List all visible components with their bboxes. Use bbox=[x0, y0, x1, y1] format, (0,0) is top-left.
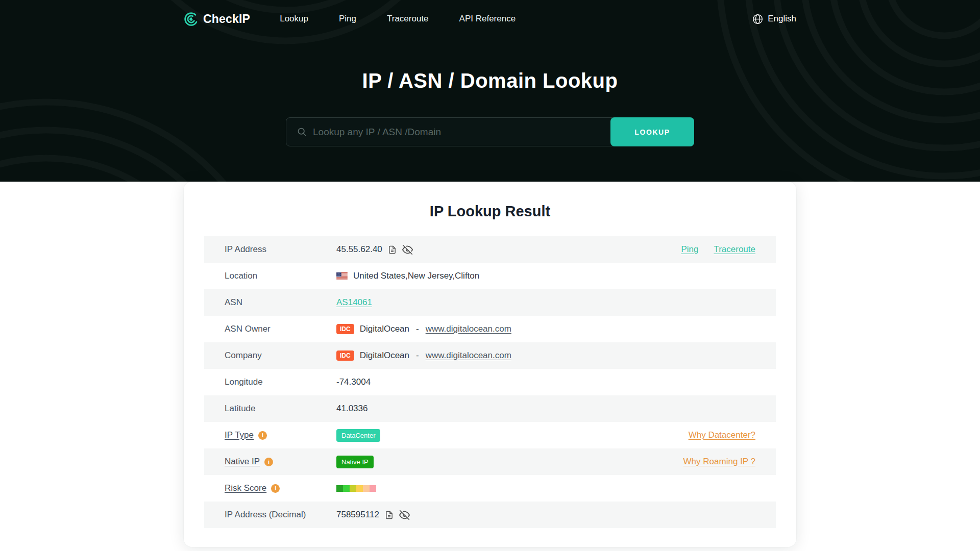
website-link[interactable]: www.digitalocean.com bbox=[426, 350, 511, 361]
row-label: ASN Owner bbox=[225, 324, 336, 334]
row-value-text: 758595112 bbox=[336, 510, 379, 520]
row-value: 45.55.62.40 bbox=[336, 244, 413, 255]
row-label-text: ASN bbox=[225, 297, 242, 308]
row-label: Latitude bbox=[225, 404, 336, 414]
row-value: 758595112 bbox=[336, 510, 410, 520]
row-value: IDCDigitalOcean-www.digitalocean.com bbox=[336, 324, 511, 334]
row-label-text: Location bbox=[225, 271, 257, 281]
risk-segment bbox=[363, 485, 370, 492]
table-row: LocationUnited States,New Jersey,Clifton bbox=[204, 263, 776, 289]
native-ip-badge: Native IP bbox=[336, 456, 374, 468]
row-label: Location bbox=[225, 271, 336, 281]
row-links: Why Datacenter? bbox=[689, 430, 755, 440]
result-card-title: IP Lookup Result bbox=[204, 203, 776, 220]
risk-segment bbox=[343, 485, 350, 492]
asn-link[interactable]: AS14061 bbox=[336, 297, 372, 308]
page-title: IP / ASN / Domain Lookup bbox=[0, 69, 980, 92]
row-value-text: DigitalOcean bbox=[360, 324, 409, 334]
idc-badge: IDC bbox=[336, 350, 354, 361]
us-flag-icon bbox=[336, 272, 348, 280]
checkip-logo-icon bbox=[184, 12, 199, 27]
table-row: IP TypeiDataCenterWhy Datacenter? bbox=[204, 422, 776, 448]
search-icon bbox=[297, 127, 307, 137]
table-row: CompanyIDCDigitalOcean-www.digitalocean.… bbox=[204, 342, 776, 369]
table-row: Latitude41.0336 bbox=[204, 395, 776, 422]
row-label-text[interactable]: IP Type bbox=[225, 430, 254, 440]
nav-item-api-reference[interactable]: API Reference bbox=[459, 14, 516, 24]
row-value-text: -74.3004 bbox=[336, 377, 371, 387]
top-navigation-bar: CheckIP LookupPingTracerouteAPI Referenc… bbox=[184, 0, 796, 38]
table-row: ASN OwnerIDCDigitalOcean-www.digitalocea… bbox=[204, 316, 776, 342]
row-label: Company bbox=[225, 350, 336, 361]
row-value bbox=[336, 485, 376, 492]
row-value: -74.3004 bbox=[336, 377, 371, 387]
row-value: IDCDigitalOcean-www.digitalocean.com bbox=[336, 350, 511, 361]
traceroute-link[interactable]: Traceroute bbox=[714, 244, 755, 255]
table-row: Risk Scorei bbox=[204, 475, 776, 502]
row-value: United States,New Jersey,Clifton bbox=[336, 271, 479, 281]
row-label-text: Company bbox=[225, 350, 262, 361]
brand-logo[interactable]: CheckIP bbox=[184, 12, 250, 27]
row-value: AS14061 bbox=[336, 297, 372, 308]
row-label-text[interactable]: Risk Score bbox=[225, 483, 266, 493]
eye-off-icon[interactable] bbox=[399, 510, 410, 520]
globe-icon bbox=[752, 14, 763, 24]
language-label: English bbox=[768, 14, 796, 24]
nav-item-lookup[interactable]: Lookup bbox=[280, 14, 308, 24]
why-datacenter-link[interactable]: Why Datacenter? bbox=[689, 430, 755, 440]
row-label-text: Longitude bbox=[225, 377, 263, 387]
main-nav: LookupPingTracerouteAPI Reference bbox=[280, 14, 516, 24]
row-value-text: United States,New Jersey,Clifton bbox=[353, 271, 479, 281]
separator: - bbox=[415, 350, 420, 361]
risk-score-bar bbox=[336, 485, 376, 492]
info-icon[interactable]: i bbox=[264, 458, 273, 466]
website-link[interactable]: www.digitalocean.com bbox=[426, 324, 511, 334]
copy-icon[interactable] bbox=[385, 510, 394, 520]
row-label-text: IP Address bbox=[225, 244, 266, 255]
risk-segment bbox=[370, 485, 376, 492]
table-row: Longitude-74.3004 bbox=[204, 369, 776, 395]
lookup-button[interactable]: LOOKUP bbox=[610, 117, 694, 146]
nav-item-ping[interactable]: Ping bbox=[339, 14, 356, 24]
row-label: Native IPi bbox=[225, 457, 336, 467]
brand-name: CheckIP bbox=[203, 12, 250, 26]
row-label-text[interactable]: Native IP bbox=[225, 457, 260, 467]
page-body: IP Lookup Result IP Address45.55.62.40Pi… bbox=[0, 182, 980, 547]
nav-item-traceroute[interactable]: Traceroute bbox=[387, 14, 429, 24]
row-label: IP Typei bbox=[225, 430, 336, 440]
row-label: Risk Scorei bbox=[225, 483, 336, 493]
table-row: IP Address45.55.62.40PingTraceroute bbox=[204, 236, 776, 263]
row-label-text: ASN Owner bbox=[225, 324, 271, 334]
language-switcher[interactable]: English bbox=[752, 14, 796, 24]
row-label: Longitude bbox=[225, 377, 336, 387]
row-label-text: IP Address (Decimal) bbox=[225, 510, 306, 520]
risk-segment bbox=[356, 485, 363, 492]
idc-badge: IDC bbox=[336, 324, 354, 334]
row-links: Why Roaming IP ? bbox=[683, 457, 755, 467]
result-table: IP Address45.55.62.40PingTracerouteLocat… bbox=[204, 236, 776, 528]
risk-segment bbox=[350, 485, 356, 492]
row-links: PingTraceroute bbox=[681, 244, 755, 255]
copy-icon[interactable] bbox=[388, 245, 397, 255]
ping-link[interactable]: Ping bbox=[681, 244, 698, 255]
datacenter-badge: DataCenter bbox=[336, 429, 380, 442]
row-label-text: Latitude bbox=[225, 404, 256, 414]
row-label: IP Address bbox=[225, 244, 336, 255]
table-row: IP Address (Decimal)758595112 bbox=[204, 502, 776, 528]
row-value: DataCenter bbox=[336, 429, 380, 442]
risk-segment bbox=[336, 485, 343, 492]
row-label: IP Address (Decimal) bbox=[225, 510, 336, 520]
row-label: ASN bbox=[225, 297, 336, 308]
why-roaming-ip-link[interactable]: Why Roaming IP ? bbox=[683, 457, 755, 467]
row-value: 41.0336 bbox=[336, 404, 368, 414]
info-icon[interactable]: i bbox=[258, 431, 267, 440]
table-row: Native IPiNative IPWhy Roaming IP ? bbox=[204, 448, 776, 475]
table-row: ASNAS14061 bbox=[204, 289, 776, 316]
separator: - bbox=[415, 324, 420, 334]
row-value-text: 41.0336 bbox=[336, 404, 368, 414]
row-value-text: DigitalOcean bbox=[360, 350, 409, 361]
info-icon[interactable]: i bbox=[271, 484, 280, 493]
eye-off-icon[interactable] bbox=[402, 244, 413, 255]
ip-lookup-result-card: IP Lookup Result IP Address45.55.62.40Pi… bbox=[184, 182, 796, 547]
row-value-text: 45.55.62.40 bbox=[336, 244, 382, 255]
